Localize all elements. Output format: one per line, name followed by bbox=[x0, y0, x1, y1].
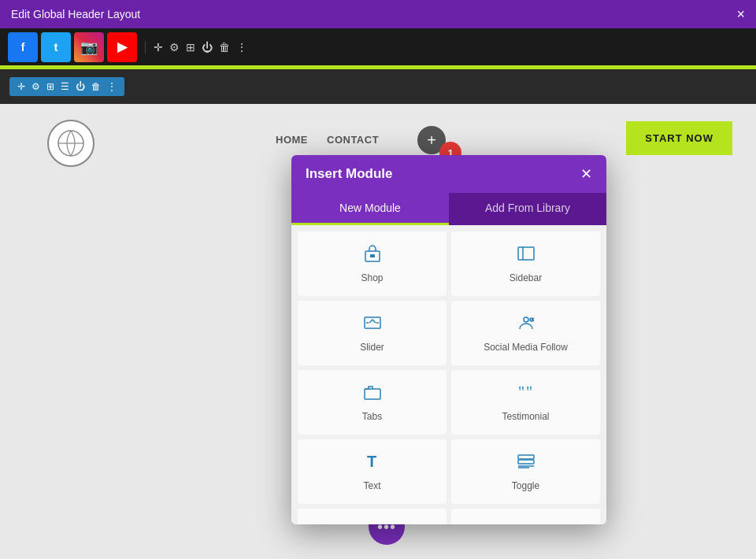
header-settings-icon[interactable]: ⚙ bbox=[32, 81, 40, 92]
header-delete-icon[interactable]: 🗑 bbox=[91, 81, 101, 92]
duplicate-icon[interactable]: ⊞ bbox=[186, 41, 195, 54]
slider-label: Slider bbox=[360, 342, 384, 353]
nav-links: HOME CONTACT bbox=[276, 134, 379, 146]
top-toolbar: f t 📷 ▶ ✛ ⚙ ⊞ ⏻ 🗑 ⋮ bbox=[0, 28, 756, 68]
title-bar: Edit Global Header Layout × bbox=[0, 0, 756, 28]
svg-rect-11 bbox=[365, 389, 380, 399]
logo-circle bbox=[47, 120, 94, 167]
shop-label: Shop bbox=[361, 272, 383, 283]
svg-point-9 bbox=[524, 317, 528, 322]
tabs-label: Tabs bbox=[362, 411, 382, 422]
module-video[interactable]: Video bbox=[298, 509, 447, 524]
modal-tabs: New Module Add From Library bbox=[291, 193, 606, 225]
nav-home[interactable]: HOME bbox=[276, 134, 308, 146]
main-toolbar-icons: ✛ ⚙ ⊞ ⏻ 🗑 ⋮ bbox=[145, 41, 247, 54]
svg-text:": " bbox=[526, 383, 532, 401]
module-video-slider[interactable]: Video Slider bbox=[451, 509, 600, 524]
tabs-icon bbox=[363, 383, 382, 405]
header-toolbar: ✛ ⚙ ⊞ ☰ ⏻ 🗑 ⋮ bbox=[9, 77, 124, 96]
testimonial-icon: "" bbox=[517, 383, 536, 405]
social-media-follow-icon bbox=[517, 313, 536, 335]
module-shop[interactable]: Shop bbox=[298, 231, 447, 296]
module-tabs[interactable]: Tabs bbox=[298, 370, 447, 435]
svg-rect-16 bbox=[518, 460, 534, 464]
content-area: HOME CONTACT START NOW + 1 Insert Module… bbox=[0, 104, 756, 559]
module-toggle[interactable]: Toggle bbox=[451, 439, 600, 504]
toggle-label: Toggle bbox=[512, 480, 539, 491]
header-more-icon[interactable]: ⋮ bbox=[107, 81, 117, 92]
modal-close-button[interactable]: ✕ bbox=[580, 167, 592, 181]
sidebar-icon bbox=[517, 244, 536, 266]
logo-area bbox=[47, 120, 94, 167]
modal-title: Insert Module bbox=[306, 166, 393, 182]
settings-icon[interactable]: ⚙ bbox=[169, 41, 180, 54]
svg-rect-3 bbox=[370, 254, 375, 257]
module-sidebar[interactable]: Sidebar bbox=[451, 231, 600, 296]
power-icon[interactable]: ⏻ bbox=[202, 41, 213, 54]
tab-new-module[interactable]: New Module bbox=[291, 193, 449, 225]
social-icons-group: f t 📷 ▶ bbox=[8, 32, 137, 62]
header-section: ✛ ⚙ ⊞ ☰ ⏻ 🗑 ⋮ bbox=[0, 68, 756, 104]
social-media-follow-label: Social Media Follow bbox=[484, 342, 568, 353]
logo-svg bbox=[57, 129, 85, 157]
slider-icon bbox=[363, 313, 382, 335]
video-icon bbox=[363, 521, 382, 524]
header-power-icon[interactable]: ⏻ bbox=[76, 81, 85, 92]
video-slider-icon bbox=[517, 521, 536, 524]
module-social-media-follow[interactable]: Social Media Follow bbox=[451, 301, 600, 365]
title-bar-close-button[interactable]: × bbox=[736, 7, 745, 21]
shop-icon bbox=[363, 244, 382, 266]
text-icon: T bbox=[363, 452, 382, 474]
instagram-icon[interactable]: 📷 bbox=[74, 32, 104, 62]
more-icon[interactable]: ⋮ bbox=[236, 41, 247, 54]
modal-header: Insert Module ✕ bbox=[291, 155, 606, 193]
text-label: Text bbox=[363, 480, 380, 491]
toggle-icon bbox=[517, 452, 536, 474]
module-testimonial[interactable]: "" Testimonial bbox=[451, 370, 600, 435]
testimonial-label: Testimonial bbox=[502, 411, 549, 422]
svg-rect-15 bbox=[518, 455, 534, 459]
sidebar-label: Sidebar bbox=[510, 272, 542, 283]
modules-grid: Shop Sidebar Slider Soc bbox=[291, 225, 606, 524]
add-icon[interactable]: ✛ bbox=[154, 41, 163, 54]
title-bar-text: Edit Global Header Layout bbox=[11, 8, 140, 20]
svg-rect-4 bbox=[518, 247, 534, 260]
header-columns-icon[interactable]: ☰ bbox=[61, 81, 69, 92]
tab-add-from-library[interactable]: Add From Library bbox=[449, 193, 606, 225]
module-text[interactable]: T Text bbox=[298, 439, 447, 504]
facebook-icon[interactable]: f bbox=[8, 32, 38, 62]
youtube-icon[interactable]: ▶ bbox=[107, 32, 137, 62]
header-add-icon[interactable]: ✛ bbox=[17, 81, 25, 92]
nav-contact[interactable]: CONTACT bbox=[327, 134, 379, 146]
twitter-icon[interactable]: t bbox=[41, 32, 71, 62]
svg-text:T: T bbox=[367, 453, 376, 470]
svg-text:": " bbox=[518, 383, 524, 401]
start-now-button[interactable]: START NOW bbox=[626, 121, 732, 155]
header-duplicate-icon[interactable]: ⊞ bbox=[46, 81, 54, 92]
delete-icon[interactable]: 🗑 bbox=[219, 41, 230, 54]
insert-module-modal: Insert Module ✕ New Module Add From Libr… bbox=[291, 155, 606, 524]
module-slider[interactable]: Slider bbox=[298, 301, 447, 365]
